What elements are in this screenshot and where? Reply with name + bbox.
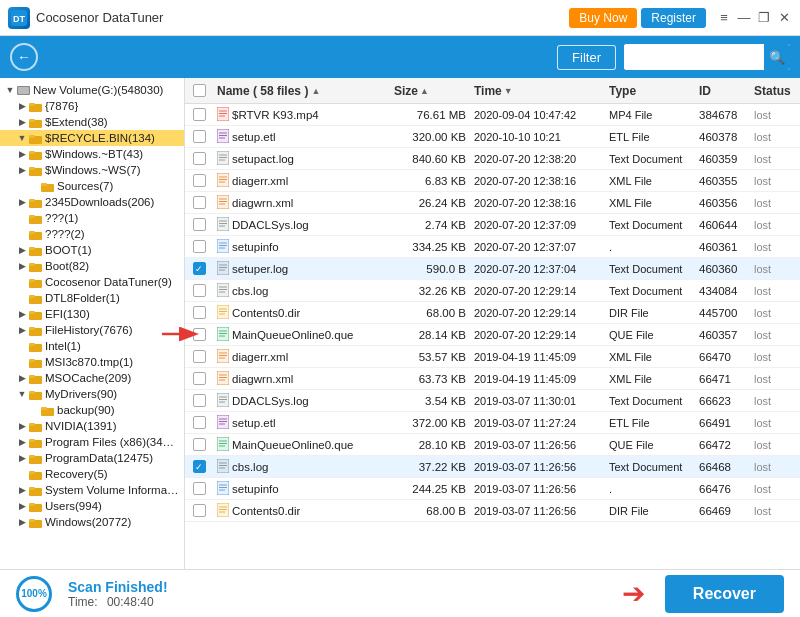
col-header-time[interactable]: Time ▼	[470, 84, 605, 98]
file-checkbox[interactable]	[193, 328, 206, 341]
col-header-name[interactable]: Name ( 58 files ) ▲	[213, 84, 390, 98]
svg-rect-35	[29, 343, 35, 346]
buy-now-button[interactable]: Buy Now	[569, 8, 637, 28]
table-row[interactable]: DDACLSys.log3.54 KB2019-03-07 11:30:01Te…	[185, 390, 800, 412]
tree-item[interactable]: ▶Boot(82)	[0, 258, 184, 274]
tree-item[interactable]: Cocosenor DataTuner(9)	[0, 274, 184, 290]
tree-item-label: System Volume Information(16	[45, 484, 180, 496]
file-checkbox[interactable]	[193, 394, 206, 407]
table-row[interactable]: setupact.log840.60 KB2020-07-20 12:38:20…	[185, 148, 800, 170]
file-checkbox[interactable]	[193, 152, 206, 165]
tree-item[interactable]: ▶Windows(20772)	[0, 514, 184, 530]
register-button[interactable]: Register	[641, 8, 706, 28]
table-row[interactable]: diagwrn.xml26.24 KB2020-07-20 12:38:16XM…	[185, 192, 800, 214]
tree-item[interactable]: ▶BOOT(1)	[0, 242, 184, 258]
search-input[interactable]	[624, 44, 764, 70]
tree-item-label: MSOCache(209)	[45, 372, 131, 384]
table-row[interactable]: cbs.log37.22 KB2019-03-07 11:26:56Text D…	[185, 456, 800, 478]
tree-item[interactable]: Recovery(5)	[0, 466, 184, 482]
tree-item[interactable]: MSI3c870.tmp(1)	[0, 354, 184, 370]
col-header-id[interactable]: ID	[695, 84, 750, 98]
file-checkbox[interactable]	[193, 174, 206, 187]
file-time: 2020-07-20 12:37:09	[470, 219, 605, 231]
tree-item[interactable]: ▼$RECYCLE.BIN(134)	[0, 130, 184, 146]
tree-item[interactable]: Intel(1)	[0, 338, 184, 354]
file-checkbox[interactable]	[193, 482, 206, 495]
tree-item[interactable]: ▶MSOCache(209)	[0, 370, 184, 386]
col-header-size[interactable]: Size ▲	[390, 84, 470, 98]
table-row[interactable]: MainQueueOnline0.que28.14 KB2020-07-20 1…	[185, 324, 800, 346]
tree-item[interactable]: ▼MyDrivers(90)	[0, 386, 184, 402]
filter-button[interactable]: Filter	[557, 45, 616, 70]
tree-item[interactable]: ▶Users(994)	[0, 498, 184, 514]
table-row[interactable]: DDACLSys.log2.74 KB2020-07-20 12:37:09Te…	[185, 214, 800, 236]
file-time: 2020-07-20 12:38:20	[470, 153, 605, 165]
hdd-icon	[16, 83, 30, 97]
svg-rect-130	[217, 503, 229, 517]
tree-item[interactable]: ▶FileHistory(7676)	[0, 322, 184, 338]
file-checkbox[interactable]	[193, 350, 206, 363]
select-all-checkbox[interactable]	[193, 84, 206, 97]
svg-rect-39	[29, 375, 35, 378]
tree-item[interactable]: ▶$Windows.~BT(43)	[0, 146, 184, 162]
close-button[interactable]: ✕	[776, 10, 792, 26]
tree-item[interactable]: ▶2345Downloads(206)	[0, 194, 184, 210]
tree-item[interactable]: backup(90)	[0, 402, 184, 418]
tree-item[interactable]: ▶NVIDIA(1391)	[0, 418, 184, 434]
file-checkbox[interactable]	[193, 504, 206, 517]
file-checkbox[interactable]	[193, 196, 206, 209]
tree-item[interactable]: ▶{7876}	[0, 98, 184, 114]
minimize-button[interactable]: —	[736, 10, 752, 26]
recover-button[interactable]: Recover	[665, 575, 784, 613]
tree-item[interactable]: Sources(7)	[0, 178, 184, 194]
restore-button[interactable]: ❐	[756, 10, 772, 26]
table-row[interactable]: diagwrn.xml63.73 KB2019-04-19 11:45:09XM…	[185, 368, 800, 390]
tree-item[interactable]: ▼New Volume(G:)(548030)	[0, 82, 184, 98]
file-checkbox[interactable]	[193, 240, 206, 253]
tree-item[interactable]: DTL8Folder(1)	[0, 290, 184, 306]
svg-rect-53	[29, 487, 35, 490]
tree-item[interactable]: ▶$Windows.~WS(7)	[0, 162, 184, 178]
tree-item[interactable]: ???(1)	[0, 210, 184, 226]
table-row[interactable]: setup.etl320.00 KB2020-10-10 10:21ETL Fi…	[185, 126, 800, 148]
table-row[interactable]: setuper.log590.0 B2020-07-20 12:37:04Tex…	[185, 258, 800, 280]
search-button[interactable]: 🔍	[764, 44, 790, 70]
file-checkbox[interactable]	[193, 284, 206, 297]
tree-item[interactable]: ▶Program Files (x86)(34075)	[0, 434, 184, 450]
file-checkbox[interactable]	[193, 460, 206, 473]
back-button[interactable]: ←	[10, 43, 38, 71]
tree-item[interactable]: ▶ProgramData(12475)	[0, 450, 184, 466]
table-row[interactable]: setupinfo244.25 KB2019-03-07 11:26:56.66…	[185, 478, 800, 500]
tree-item-label: Boot(82)	[45, 260, 89, 272]
table-row[interactable]: cbs.log32.26 KB2020-07-20 12:29:14Text D…	[185, 280, 800, 302]
file-checkbox[interactable]	[193, 306, 206, 319]
file-checkbox[interactable]	[193, 262, 206, 275]
file-checkbox[interactable]	[193, 438, 206, 451]
table-row[interactable]: diagerr.xml6.83 KB2020-07-20 12:38:16XML…	[185, 170, 800, 192]
file-time: 2019-03-07 11:26:56	[470, 461, 605, 473]
file-checkbox[interactable]	[193, 108, 206, 121]
file-checkbox[interactable]	[193, 372, 206, 385]
table-row[interactable]: Contents0.dir68.00 B2020-07-20 12:29:14D…	[185, 302, 800, 324]
menu-icon[interactable]: ≡	[716, 10, 732, 26]
table-row[interactable]: setupinfo334.25 KB2020-07-20 12:37:07.46…	[185, 236, 800, 258]
tree-item[interactable]: ▶EFI(130)	[0, 306, 184, 322]
file-checkbox[interactable]	[193, 130, 206, 143]
table-row[interactable]: $RTVR K93.mp476.61 MB2020-09-04 10:47:42…	[185, 104, 800, 126]
tree-item[interactable]: ▶System Volume Information(16	[0, 482, 184, 498]
svg-rect-27	[29, 279, 35, 282]
table-row[interactable]: MainQueueOnline0.que28.10 KB2019-03-07 1…	[185, 434, 800, 456]
col-header-status[interactable]: Status	[750, 84, 800, 98]
file-type: DIR File	[605, 505, 695, 517]
file-size: 3.54 KB	[390, 395, 470, 407]
table-row[interactable]: setup.etl372.00 KB2019-03-07 11:27:24ETL…	[185, 412, 800, 434]
tree-item-label: 2345Downloads(206)	[45, 196, 154, 208]
file-checkbox[interactable]	[193, 416, 206, 429]
tree-item[interactable]: ????(2)	[0, 226, 184, 242]
file-status: lost	[750, 175, 800, 187]
file-checkbox[interactable]	[193, 218, 206, 231]
table-row[interactable]: Contents0.dir68.00 B2019-03-07 11:26:56D…	[185, 500, 800, 522]
col-header-type[interactable]: Type	[605, 84, 695, 98]
table-row[interactable]: diagerr.xml53.57 KB2019-04-19 11:45:09XM…	[185, 346, 800, 368]
tree-item[interactable]: ▶$Extend(38)	[0, 114, 184, 130]
